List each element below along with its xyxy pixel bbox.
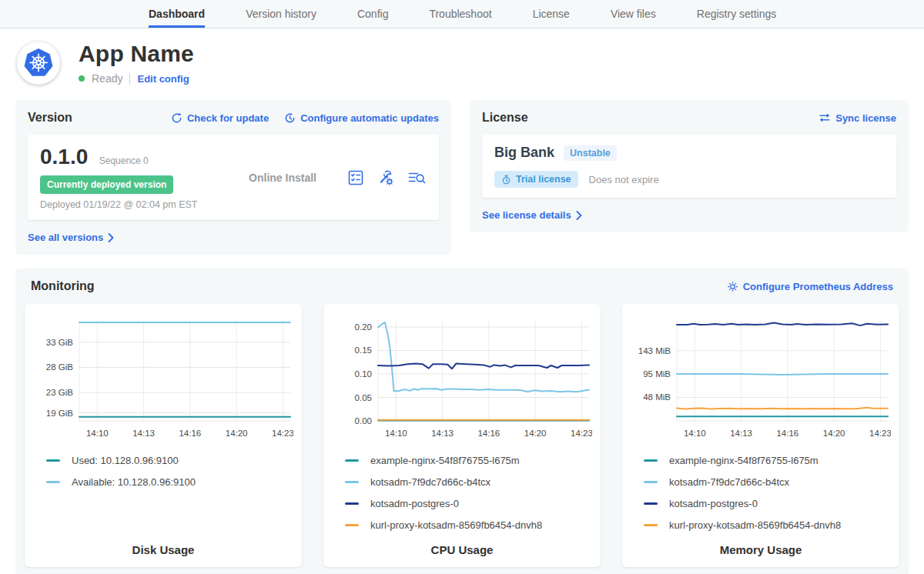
license-name-row: Big Bank Unstable: [494, 145, 884, 161]
edit-config-link[interactable]: Edit config: [137, 73, 189, 85]
config-wrench-icon[interactable]: [377, 169, 395, 187]
svg-text:14:20: 14:20: [524, 429, 547, 438]
svg-text:23 GiB: 23 GiB: [46, 388, 73, 397]
install-type-label: Online Install: [219, 172, 346, 184]
top-nav: DashboardVersion historyConfigTroublesho…: [0, 0, 924, 28]
deployed-timestamp: Deployed 01/19/22 @ 02:04 pm EST: [40, 199, 219, 210]
tab-license[interactable]: License: [533, 8, 570, 28]
version-info: 0.1.0 Sequence 0 Currently deployed vers…: [40, 145, 219, 210]
legend-label: kotsadm-postgres-0: [370, 498, 459, 509]
legend-label: kotsadm-7f9dc7d66c-b4tcx: [370, 476, 490, 488]
tab-version-history[interactable]: Version history: [246, 8, 316, 28]
legend-item: Available: 10.128.0.96:9100: [46, 476, 290, 488]
sync-license-button[interactable]: Sync license: [819, 112, 896, 124]
svg-text:14:10: 14:10: [86, 429, 109, 438]
legend-swatch-icon: [345, 502, 359, 505]
see-all-versions-row: See all versions: [28, 230, 439, 244]
legend-swatch-icon: [644, 481, 658, 483]
svg-text:14:10: 14:10: [684, 429, 706, 438]
trial-license-badge: Trial license: [494, 171, 578, 188]
legend-label: Used: 10.128.0.96:9100: [72, 455, 179, 466]
version-sequence: Sequence 0: [99, 155, 149, 166]
top-nav-tabs: DashboardVersion historyConfigTroublesho…: [149, 8, 776, 28]
license-customer-name: Big Bank: [494, 145, 554, 161]
disk-usage-plot: 19 GiB23 GiB28 GiB33 GiB14:1014:1314:161…: [33, 315, 293, 446]
chart-title: Memory Usage: [630, 543, 892, 567]
schedule-update-icon: [284, 112, 296, 124]
legend-item: kotsadm-postgres-0: [345, 498, 588, 509]
monitoring-heading: Monitoring: [31, 279, 95, 293]
legend-label: example-nginx-54f8f76755-l675m: [370, 455, 520, 466]
chart-legend: example-nginx-54f8f76755-l675mkotsadm-7f…: [331, 446, 593, 541]
tab-registry-settings[interactable]: Registry settings: [697, 8, 776, 28]
legend-swatch-icon: [644, 502, 658, 505]
preflight-checks-icon[interactable]: [346, 169, 365, 187]
legend-swatch-icon: [46, 459, 60, 462]
version-number: 0.1.0: [40, 145, 88, 169]
app-header: App Name Ready Edit config: [0, 28, 924, 92]
legend-label: Available: 10.128.0.96:9100: [72, 476, 196, 488]
svg-text:14:23: 14:23: [571, 429, 592, 438]
top-cards-row: Version Check for update Configure au: [0, 92, 924, 255]
current-version-card: 0.1.0 Sequence 0 Currently deployed vers…: [28, 135, 439, 220]
legend-item: kotsadm-7f9dc7d66c-b4tcx: [345, 476, 588, 488]
page-title: App Name: [79, 41, 194, 67]
status-dot-icon: [79, 75, 85, 82]
svg-text:0.10: 0.10: [355, 369, 372, 379]
legend-swatch-icon: [46, 481, 60, 483]
legend-label: kurl-proxy-kotsadm-8569fb6454-dnvh8: [669, 519, 841, 531]
see-all-versions-link[interactable]: See all versions: [28, 232, 114, 243]
see-license-details-link[interactable]: See license details: [482, 209, 582, 221]
svg-text:14:10: 14:10: [385, 429, 407, 438]
cpu-usage-plot: 0.000.050.100.150.2014:1014:1314:1614:20…: [332, 315, 592, 446]
charts-row: 19 GiB23 GiB28 GiB33 GiB14:1014:1314:161…: [25, 304, 899, 567]
version-panel-header: Version Check for update Configure au: [28, 111, 439, 125]
configure-automatic-updates-button[interactable]: Configure automatic updates: [284, 112, 439, 124]
svg-text:14:20: 14:20: [823, 429, 845, 438]
chevron-right-icon: [108, 233, 114, 242]
license-panel-header: License Sync license: [482, 111, 896, 125]
channel-badge: Unstable: [564, 145, 617, 161]
cpu-usage-chart-card: 0.000.050.100.150.2014:1014:1314:1614:20…: [323, 304, 601, 567]
check-for-update-button[interactable]: Check for update: [171, 112, 269, 124]
svg-text:14:16: 14:16: [179, 429, 201, 438]
configure-prometheus-button[interactable]: Configure Prometheus Address: [727, 281, 893, 292]
svg-text:14:16: 14:16: [776, 429, 798, 438]
see-license-details-row: See license details: [482, 208, 896, 222]
svg-text:33 GiB: 33 GiB: [46, 338, 73, 347]
monitoring-header: Monitoring Configure Prometheus Address: [31, 279, 893, 293]
tab-config[interactable]: Config: [357, 8, 388, 28]
version-heading: Version: [28, 111, 72, 125]
version-panel: Version Check for update Configure au: [15, 100, 451, 255]
svg-text:95 MiB: 95 MiB: [643, 369, 671, 379]
app-logo: [17, 42, 60, 85]
memory-usage-chart-card: 48 MiB95 MiB143 MiB14:1014:1314:1614:201…: [622, 304, 899, 567]
license-expiry: Does not expire: [589, 174, 659, 185]
svg-text:14:13: 14:13: [132, 429, 155, 438]
svg-text:143 MiB: 143 MiB: [638, 346, 671, 355]
tab-dashboard[interactable]: Dashboard: [149, 8, 205, 28]
memory-usage-plot: 48 MiB95 MiB143 MiB14:1014:1314:1614:201…: [631, 315, 891, 446]
svg-text:48 MiB: 48 MiB: [643, 392, 671, 402]
tab-troubleshoot[interactable]: Troubleshoot: [429, 8, 491, 28]
legend-swatch-icon: [345, 459, 359, 462]
svg-text:14:20: 14:20: [226, 429, 248, 438]
legend-item: Used: 10.128.0.96:9100: [46, 455, 290, 466]
legend-swatch-icon: [345, 481, 359, 483]
svg-text:14:13: 14:13: [730, 429, 752, 438]
legend-label: example-nginx-54f8f76755-l675m: [669, 455, 819, 466]
view-logs-icon[interactable]: [407, 169, 427, 187]
refresh-icon: [171, 112, 182, 124]
license-heading: License: [482, 111, 528, 125]
svg-text:28 GiB: 28 GiB: [46, 362, 73, 372]
svg-text:0.15: 0.15: [355, 345, 372, 355]
tab-view-files[interactable]: View files: [611, 8, 656, 28]
legend-item: kotsadm-7f9dc7d66c-b4tcx: [644, 476, 887, 488]
license-panel: License Sync license Big Bank Unstable: [470, 100, 909, 232]
legend-swatch-icon: [644, 524, 658, 526]
stopwatch-icon: [501, 175, 511, 185]
chart-legend: example-nginx-54f8f76755-l675mkotsadm-7f…: [630, 446, 892, 541]
legend-item: kurl-proxy-kotsadm-8569fb6454-dnvh8: [644, 519, 887, 531]
svg-text:0.20: 0.20: [355, 322, 372, 332]
legend-label: kotsadm-7f9dc7d66c-b4tcx: [669, 476, 789, 488]
